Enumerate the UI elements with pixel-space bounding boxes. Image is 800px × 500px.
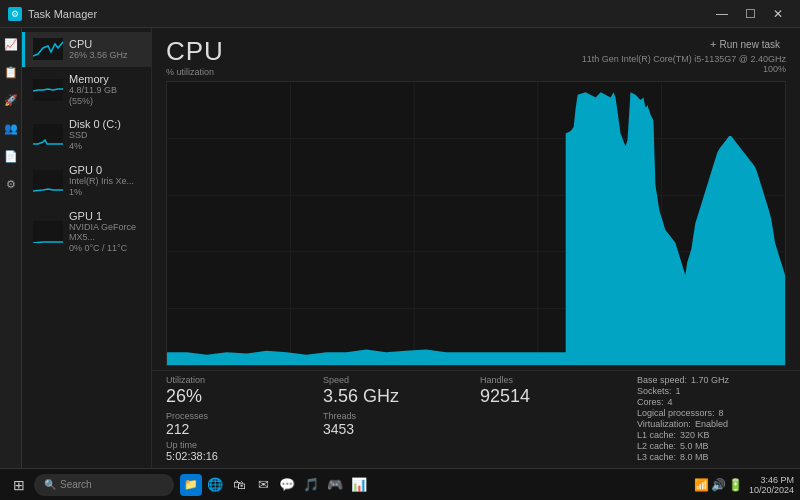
stat-col-1: Utilization 26% Processes 212 Up time 5:…	[166, 375, 315, 462]
titlebar-left: ⚙ Task Manager	[8, 7, 97, 21]
processes-value: 212	[166, 421, 315, 437]
taskbar-icon-spotify[interactable]: 🎵	[300, 474, 322, 496]
handles-label: Handles	[480, 375, 629, 385]
virtualization-label: Virtualization:	[637, 419, 691, 429]
taskbar-app-icons: 📁 🌐 🛍 ✉ 💬 🎵 🎮 📊	[180, 474, 370, 496]
icon-sidebar: 📈 📋 🚀 👥 📄 ⚙	[0, 28, 22, 468]
l3-label: L3 cache:	[637, 452, 676, 462]
uptime-value: 5:02:38:16	[166, 450, 315, 462]
processes-label: Processes	[166, 411, 315, 421]
svg-rect-2	[33, 124, 63, 146]
perf-item-gpu0-info: GPU 0 Intel(R) Iris Xe...1%	[69, 164, 134, 198]
close-button[interactable]: ✕	[764, 0, 792, 28]
handles-value: 92514	[480, 386, 629, 407]
left-panel: CPU 26% 3.56 GHz Memory 4.8/11.9 GB (55%…	[22, 28, 152, 468]
perf-gpu0-detail: Intel(R) Iris Xe...1%	[69, 176, 134, 198]
main-area: 📈 📋 🚀 👥 📄 ⚙ CPU 26% 3.56 GHz M	[0, 28, 800, 468]
speed-label: Speed	[323, 375, 472, 385]
logical-processors-row: Logical processors: 8	[637, 408, 786, 418]
taskbar-icon-edge[interactable]: 🌐	[204, 474, 226, 496]
tray-icon-battery[interactable]: 🔋	[728, 478, 743, 492]
l1-label: L1 cache:	[637, 430, 676, 440]
perf-item-memory[interactable]: Memory 4.8/11.9 GB (55%)	[22, 67, 151, 113]
perf-item-gpu0[interactable]: GPU 0 Intel(R) Iris Xe...1%	[22, 158, 151, 204]
base-speed-value: 1.70 GHz	[691, 375, 729, 385]
stat-col-2: Speed 3.56 GHz Threads 3453	[323, 375, 472, 462]
l2-cache-row: L2 cache: 5.0 MB	[637, 441, 786, 451]
perf-item-cpu[interactable]: CPU 26% 3.56 GHz	[22, 32, 151, 67]
maximize-button[interactable]: ☐	[736, 0, 764, 28]
perf-item-disk[interactable]: Disk 0 (C:) SSD4%	[22, 112, 151, 158]
right-header: CPU % utilization + Run new task 11th Ge…	[152, 28, 800, 81]
l3-value: 8.0 MB	[680, 452, 709, 462]
perf-item-disk-info: Disk 0 (C:) SSD4%	[69, 118, 121, 152]
sidebar-icon-performance[interactable]: 📈	[3, 36, 19, 52]
virtualization-value: Enabled	[695, 419, 728, 429]
clock-time: 3:46 PM	[760, 475, 794, 485]
run-new-task-button[interactable]: + Run new task	[704, 36, 786, 52]
l2-value: 5.0 MB	[680, 441, 709, 451]
sidebar-icon-services[interactable]: ⚙	[3, 176, 19, 192]
perf-gpu1-name: GPU 1	[69, 210, 143, 222]
base-speed-row: Base speed: 1.70 GHz	[637, 375, 786, 385]
sidebar-icon-apphistory[interactable]: 📋	[3, 64, 19, 80]
l2-label: L2 cache:	[637, 441, 676, 451]
svg-marker-13	[167, 92, 785, 365]
system-tray: 📶 🔊 🔋	[694, 478, 743, 492]
threads-value: 3453	[323, 421, 472, 437]
stat-col-3: Handles 92514	[480, 375, 629, 462]
threads-label: Threads	[323, 411, 472, 421]
search-placeholder: Search	[60, 479, 92, 490]
taskbar-icon-store[interactable]: 🛍	[228, 474, 250, 496]
perf-item-gpu1[interactable]: GPU 1 NVIDIA GeForce MX5...0% 0°C / 11°C	[22, 204, 151, 260]
base-speed-label: Base speed:	[637, 375, 687, 385]
perf-disk-name: Disk 0 (C:)	[69, 118, 121, 130]
perf-gpu0-name: GPU 0	[69, 164, 134, 176]
minimize-button[interactable]: —	[708, 0, 736, 28]
sidebar-icon-users[interactable]: 👥	[3, 120, 19, 136]
taskbar-search-box[interactable]: 🔍 Search	[34, 474, 174, 496]
sidebar-icon-startup[interactable]: 🚀	[3, 92, 19, 108]
run-task-label: Run new task	[719, 39, 780, 50]
titlebar-controls: — ☐ ✕	[708, 0, 792, 28]
l1-value: 320 KB	[680, 430, 710, 440]
tray-icon-network[interactable]: 📶	[694, 478, 709, 492]
titlebar-title: Task Manager	[28, 8, 97, 20]
cores-row: Cores: 4	[637, 397, 786, 407]
svg-rect-4	[33, 221, 63, 243]
l1-cache-row: L1 cache: 320 KB	[637, 430, 786, 440]
sidebar-icon-details[interactable]: 📄	[3, 148, 19, 164]
taskbar-icon-explorer[interactable]: 📁	[180, 474, 202, 496]
system-clock[interactable]: 3:46 PM 10/20/2024	[749, 475, 794, 495]
run-task-icon: +	[710, 38, 716, 50]
perf-gpu1-detail: NVIDIA GeForce MX5...0% 0°C / 11°C	[69, 222, 143, 254]
titlebar: ⚙ Task Manager — ☐ ✕	[0, 0, 800, 28]
perf-memory-name: Memory	[69, 73, 143, 85]
cpu-chart	[166, 81, 786, 366]
tray-icon-volume[interactable]: 🔊	[711, 478, 726, 492]
virtualization-row: Virtualization: Enabled	[637, 419, 786, 429]
logical-label: Logical processors:	[637, 408, 715, 418]
cores-value: 4	[668, 397, 673, 407]
sockets-value: 1	[676, 386, 681, 396]
taskbar-icon-skype[interactable]: 💬	[276, 474, 298, 496]
sockets-label: Sockets:	[637, 386, 672, 396]
stats-area: Utilization 26% Processes 212 Up time 5:…	[152, 370, 800, 468]
taskbar: ⊞ 🔍 Search 📁 🌐 🛍 ✉ 💬 🎵 🎮 📊 📶 🔊 🔋 3:46 PM…	[0, 468, 800, 500]
taskbar-icon-taskmanager[interactable]: 📊	[348, 474, 370, 496]
uptime-label: Up time	[166, 440, 315, 450]
perf-item-gpu1-info: GPU 1 NVIDIA GeForce MX5...0% 0°C / 11°C	[69, 210, 143, 254]
cpu-subtitle: % utilization	[166, 67, 224, 77]
logical-value: 8	[719, 408, 724, 418]
taskbar-icon-mail[interactable]: ✉	[252, 474, 274, 496]
l3-cache-row: L3 cache: 8.0 MB	[637, 452, 786, 462]
start-button[interactable]: ⊞	[6, 472, 32, 498]
perf-disk-detail: SSD4%	[69, 130, 121, 152]
perf-item-cpu-info: CPU 26% 3.56 GHz	[69, 38, 128, 61]
right-panel: CPU % utilization + Run new task 11th Ge…	[152, 28, 800, 468]
clock-date: 10/20/2024	[749, 485, 794, 495]
utilization-label: Utilization	[166, 375, 315, 385]
sockets-row: Sockets: 1	[637, 386, 786, 396]
perf-cpu-name: CPU	[69, 38, 128, 50]
taskbar-icon-discord[interactable]: 🎮	[324, 474, 346, 496]
